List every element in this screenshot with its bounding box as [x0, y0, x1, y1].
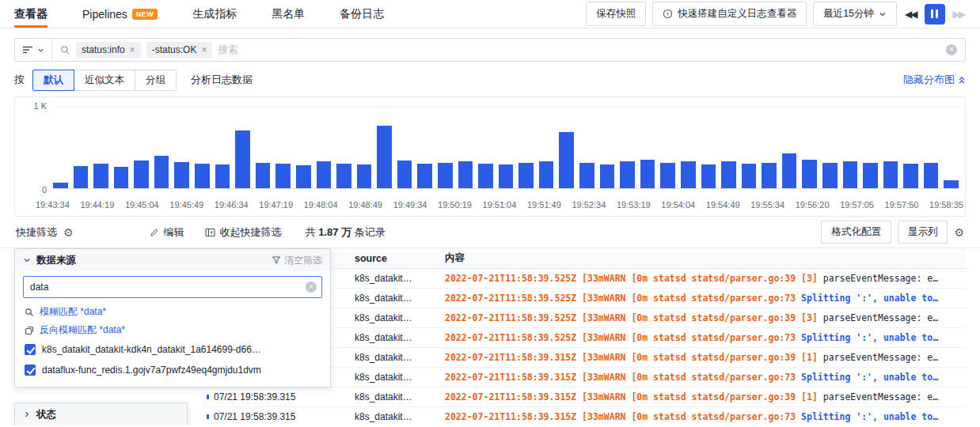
status-header[interactable]: 状态 [15, 403, 187, 425]
chart-bar[interactable] [802, 160, 817, 188]
format-config-button[interactable]: 格式化配置 [821, 221, 891, 244]
search-bar: status:info× -status:OK× 搜索 × [14, 38, 966, 62]
analyze-logs-link[interactable]: 分析日志数据 [191, 73, 253, 87]
log-source-cell: k8s_datakit… [348, 411, 439, 422]
chart-bar[interactable] [357, 164, 372, 188]
mode-group-button[interactable]: 分组 [135, 70, 177, 91]
quick-filter-title: 快捷筛选 [16, 225, 57, 240]
mode-default-button[interactable]: 默认 [32, 70, 74, 91]
quick-build-button[interactable]: 快速搭建自定义日志查看器 [652, 2, 807, 26]
data-source-header[interactable]: 数据来源 清空筛选 [15, 249, 330, 271]
tab-pipelines[interactable]: PipelinesNEW [82, 0, 158, 28]
tab-pipelines-label: Pipelines [82, 8, 127, 21]
chart-bar[interactable] [134, 161, 149, 188]
chart-bar[interactable] [114, 167, 129, 188]
chart-bar[interactable] [782, 153, 797, 188]
table-settings-gear-icon[interactable]: ⚙ [954, 227, 964, 238]
remove-chip-icon[interactable]: × [130, 45, 135, 55]
data-source-search-input[interactable] [23, 276, 322, 298]
pause-button[interactable] [925, 4, 945, 25]
clear-filter-label: 清空筛选 [284, 254, 322, 267]
clear-search-icon[interactable]: × [946, 44, 957, 55]
save-snapshot-button[interactable]: 保存快照 [586, 2, 646, 26]
x-axis-tick: 19:57:50 [885, 200, 919, 210]
x-axis-tick: 19:57:05 [840, 200, 874, 210]
mode-similar-text-button[interactable]: 近似文本 [74, 70, 135, 91]
chart-bar[interactable] [742, 164, 757, 188]
log-segment-warn: 2022-07-21T11:58:39.525Z [33mWARN [0m st… [445, 332, 796, 343]
chart-bar[interactable] [195, 164, 210, 188]
chart-bar[interactable] [843, 161, 858, 188]
table-row[interactable]: 07/21 19:58:39.315k8s_datakit…2022-07-21… [202, 407, 966, 425]
table-row[interactable]: 07/21 19:58:39.315k8s_datakit…2022-07-21… [202, 387, 966, 407]
chart-bar[interactable] [863, 163, 878, 188]
chart-bar[interactable] [539, 161, 554, 188]
data-source-option[interactable]: k8s_datakit_datakit-kdk4n_datakit_1a6146… [15, 339, 330, 360]
chart-bar[interactable] [924, 163, 939, 188]
chart-bar[interactable] [74, 166, 89, 188]
chart-bar[interactable] [701, 164, 716, 188]
chart-bar[interactable] [903, 164, 918, 188]
search-input[interactable]: status:info× -status:OK× 搜索 × [52, 39, 965, 61]
forward-button[interactable]: ▶▶ [952, 9, 966, 20]
collapse-quick-filter-button[interactable]: 收起快捷筛选 [205, 225, 282, 240]
chart-bar[interactable] [296, 165, 311, 188]
chart-bar[interactable] [883, 161, 898, 188]
chart-bar[interactable] [600, 164, 615, 188]
remove-chip-icon[interactable]: × [201, 45, 207, 55]
data-source-option[interactable]: dataflux-func_redis.1.gojv7a7pwfz49eq4gm… [15, 360, 330, 380]
chart-bar[interactable] [174, 162, 189, 188]
chart-bar[interactable] [721, 161, 736, 188]
time-range-select[interactable]: 最近15分钟 [813, 2, 897, 26]
tab-generate-metrics[interactable]: 生成指标 [192, 0, 237, 28]
chart-bar[interactable] [559, 132, 574, 188]
chart-bar[interactable] [53, 183, 68, 188]
chart-bar[interactable] [417, 164, 432, 188]
fuzzy-match-option[interactable]: 模糊匹配 *data* [15, 303, 330, 321]
display-columns-button[interactable]: 显示列 [898, 221, 948, 244]
chart-bar[interactable] [377, 126, 392, 188]
filter-chip-status-info[interactable]: status:info× [76, 42, 141, 58]
filter-chip-not-status-ok[interactable]: -status:OK× [146, 42, 213, 58]
chart-bar[interactable] [762, 163, 777, 188]
chart-bar[interactable] [944, 180, 959, 188]
chart-bar[interactable] [154, 156, 169, 188]
edit-button[interactable]: 编辑 [150, 225, 184, 240]
chart-bar[interactable] [620, 161, 635, 188]
chart-bar[interactable] [458, 161, 473, 188]
clear-filter-button[interactable]: 清空筛选 [272, 254, 322, 267]
chart-bar[interactable] [235, 130, 250, 188]
clear-source-search-icon[interactable]: × [306, 282, 317, 293]
reverse-fuzzy-match-option[interactable]: 反向模糊匹配 *data* [15, 321, 330, 339]
chart-bar[interactable] [215, 164, 230, 188]
chart-bar[interactable] [336, 164, 351, 188]
chart-bar[interactable] [438, 163, 453, 188]
checkbox[interactable] [25, 365, 36, 376]
new-badge: NEW [132, 9, 158, 20]
chart-bar[interactable] [681, 161, 696, 188]
chart-bar[interactable] [518, 163, 534, 188]
chart-bar[interactable] [579, 163, 594, 188]
chart-bar[interactable] [499, 164, 514, 188]
tab-blacklist[interactable]: 黑名单 [272, 0, 305, 28]
checkbox[interactable] [25, 344, 36, 355]
quick-filter-gear-icon[interactable]: ⚙ [63, 227, 74, 238]
chart-bar[interactable] [275, 164, 291, 188]
chart-bar[interactable] [660, 163, 675, 188]
chart-bar[interactable] [822, 163, 838, 188]
chart-bar[interactable] [397, 161, 412, 188]
rewind-button[interactable]: ◀◀ [903, 9, 917, 20]
chart-bar[interactable] [93, 164, 108, 188]
chart-bar[interactable] [478, 164, 493, 188]
hide-distribution-link[interactable]: 隐藏分布图 [903, 73, 966, 87]
saved-filter-dropdown[interactable] [15, 39, 52, 61]
x-axis-tick: 19:54:04 [661, 200, 695, 210]
log-source-cell: k8s_datakit… [348, 273, 439, 284]
chart-bar[interactable] [640, 160, 655, 188]
tab-viewer[interactable]: 查看器 [14, 0, 47, 28]
tab-backup-logs[interactable]: 备份日志 [340, 0, 384, 28]
chart-bar[interactable] [317, 161, 332, 188]
chevron-down-icon [879, 10, 887, 18]
x-axis-tick: 19:47:19 [259, 200, 293, 210]
chart-bar[interactable] [256, 163, 271, 188]
